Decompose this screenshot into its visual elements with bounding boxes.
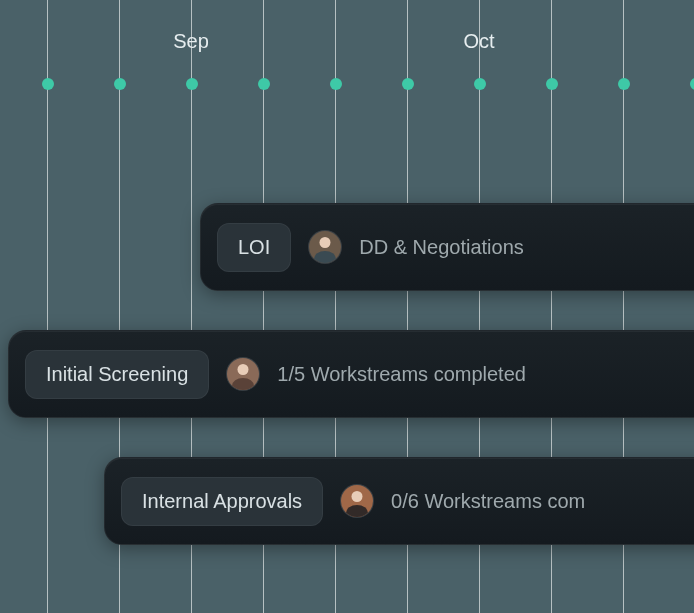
timeline-bar[interactable]: Internal Approvals0/6 Workstreams com: [104, 457, 694, 545]
stage-pill[interactable]: LOI: [217, 223, 291, 272]
bar-status-text: 1/5 Workstreams completed: [277, 363, 526, 386]
bar-status-text: DD & Negotiations: [359, 236, 524, 259]
timeline-rows: LOIDD & NegotiationsInitial Screening1/5…: [0, 0, 694, 613]
stage-pill[interactable]: Initial Screening: [25, 350, 209, 399]
timeline-bar[interactable]: Initial Screening1/5 Workstreams complet…: [8, 330, 694, 418]
timeline-bar[interactable]: LOIDD & Negotiations: [200, 203, 694, 291]
stage-pill[interactable]: Internal Approvals: [121, 477, 323, 526]
gantt-timeline: SepOct LOIDD & NegotiationsInitial Scree…: [0, 0, 694, 613]
avatar: [309, 231, 341, 263]
avatar: [341, 485, 373, 517]
bar-status-text: 0/6 Workstreams com: [391, 490, 585, 513]
avatar: [227, 358, 259, 390]
